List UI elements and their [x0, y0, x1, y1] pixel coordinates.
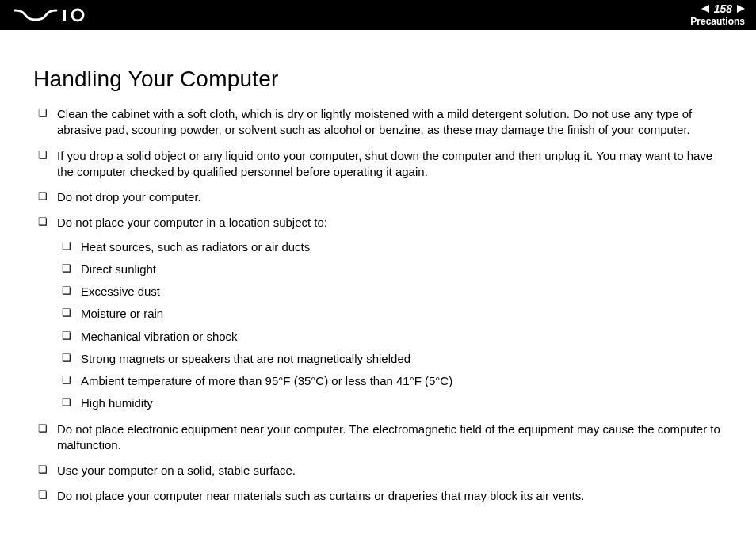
header-bar: 158 Precautions [0, 0, 756, 30]
list-item: Use your computer on a solid, stable sur… [33, 463, 723, 479]
list-item: Do not place your computer near material… [33, 488, 723, 504]
page: 158 Precautions Handling Your Computer C… [0, 0, 756, 534]
list-item: Heat sources, such as radiators or air d… [57, 239, 723, 255]
bullet-list: Clean the cabinet with a soft cloth, whi… [33, 106, 723, 505]
vaio-logo-svg [14, 7, 94, 23]
list-item: Direct sunlight [57, 261, 723, 277]
list-item: Do not place electronic equipment near y… [33, 421, 723, 454]
list-item: Do not place your computer in a location… [33, 215, 723, 411]
list-item-text: Do not place your computer in a location… [57, 216, 327, 229]
header-right: 158 Precautions [690, 3, 745, 28]
page-title: Handling Your Computer [33, 67, 723, 92]
list-item: Excessive dust [57, 284, 723, 299]
list-item: High humidity [57, 395, 723, 411]
page-number: 158 [714, 3, 732, 15]
list-item: Clean the cabinet with a soft cloth, whi… [33, 106, 723, 139]
svg-point-1 [72, 10, 83, 21]
list-item: Ambient temperature of more than 95°F (3… [57, 373, 723, 389]
list-item: Moisture or rain [57, 306, 723, 322]
list-item: Do not drop your computer. [33, 189, 723, 205]
vaio-logo [14, 7, 94, 23]
sub-bullet-list: Heat sources, such as radiators or air d… [57, 239, 723, 412]
prev-page-icon[interactable] [701, 5, 709, 13]
svg-rect-0 [63, 10, 66, 21]
page-navigator: 158 [690, 3, 745, 15]
list-item: If you drop a solid object or any liquid… [33, 148, 723, 181]
content-area: Handling Your Computer Clean the cabinet… [0, 30, 756, 530]
next-page-icon[interactable] [737, 5, 745, 13]
list-item: Strong magnets or speakers that are not … [57, 351, 723, 367]
section-label: Precautions [690, 17, 745, 27]
list-item: Mechanical vibration or shock [57, 329, 723, 345]
